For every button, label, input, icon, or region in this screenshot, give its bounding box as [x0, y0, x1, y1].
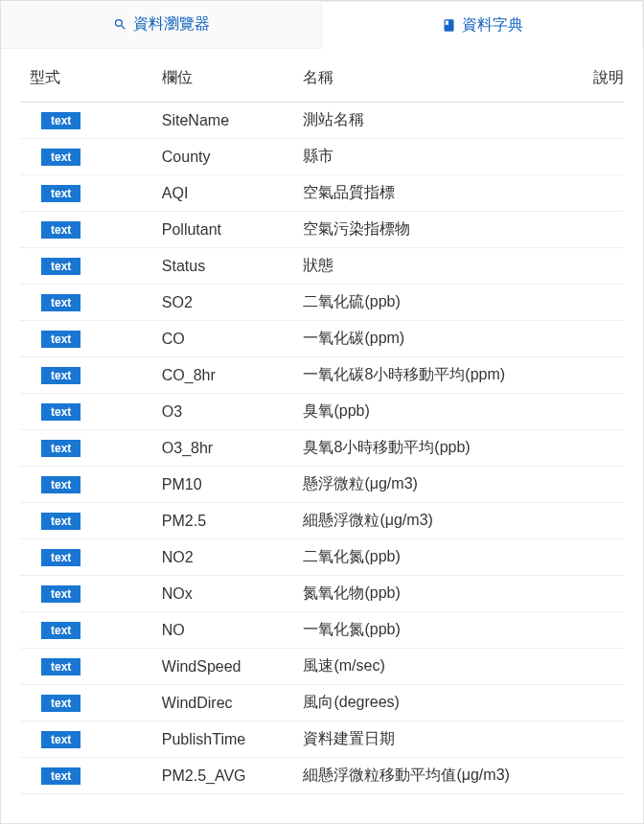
tab-data-browser[interactable]: 資料瀏覽器	[1, 1, 321, 48]
cell-type: text	[20, 730, 162, 748]
cell-field: O3_8hr	[162, 440, 304, 457]
main-panel: 資料瀏覽器 資料字典 型式 欄位 名稱 說明 textSiteName測站名稱t…	[0, 0, 644, 824]
cell-type: text	[20, 584, 162, 603]
table-row: textCO_8hr一氧化碳8小時移動平均(ppm)	[20, 357, 624, 394]
cell-name: 細懸浮微粒移動平均值(μg/m3)	[303, 766, 576, 786]
type-badge: text	[41, 513, 80, 530]
cell-name: 氮氧化物(ppb)	[303, 584, 576, 604]
cell-field: Status	[162, 258, 304, 275]
cell-type: text	[20, 694, 162, 712]
table-row: textO3_8hr臭氧8小時移動平均(ppb)	[20, 430, 624, 467]
tab-label: 資料瀏覽器	[133, 14, 210, 34]
search-icon	[113, 17, 127, 32]
cell-name: 二氧化硫(ppb)	[303, 292, 576, 312]
book-icon	[442, 18, 456, 33]
type-badge: text	[41, 585, 80, 603]
cell-name: 縣市	[303, 147, 576, 167]
table-row: textO3臭氧(ppb)	[20, 394, 624, 430]
table-row: textWindSpeed風速(m/sec)	[20, 649, 624, 685]
cell-field: CO_8hr	[162, 367, 304, 384]
type-badge: text	[41, 767, 80, 785]
table-header-row: 型式 欄位 名稱 說明	[20, 49, 624, 103]
table-row: textNO2二氧化氮(ppb)	[20, 539, 624, 576]
cell-name: 風向(degrees)	[303, 693, 576, 713]
table-row: textPollutant空氣污染指標物	[20, 212, 624, 248]
table-row: textPublishTime資料建置日期	[20, 721, 624, 758]
cell-field: NOx	[162, 585, 304, 603]
cell-field: SiteName	[162, 112, 304, 129]
type-badge: text	[41, 440, 80, 457]
cell-name: 狀態	[303, 256, 576, 276]
table-row: textNO一氧化氮(ppb)	[20, 612, 624, 649]
table-row: textCO一氧化碳(ppm)	[20, 321, 624, 357]
type-badge: text	[41, 112, 80, 129]
cell-type: text	[20, 148, 162, 166]
type-badge: text	[41, 476, 80, 493]
cell-name: 一氧化氮(ppb)	[303, 620, 576, 640]
cell-type: text	[20, 330, 162, 348]
cell-name: 臭氧(ppb)	[303, 401, 576, 422]
type-badge: text	[41, 695, 80, 712]
cell-type: text	[20, 439, 162, 457]
table-row: textPM10懸浮微粒(μg/m3)	[20, 467, 624, 503]
cell-type: text	[20, 111, 162, 129]
cell-field: PublishTime	[162, 731, 304, 748]
table-row: textAQI空氣品質指標	[20, 175, 624, 212]
cell-field: AQI	[162, 185, 304, 202]
cell-type: text	[20, 220, 162, 239]
table-row: textPM2.5細懸浮微粒(μg/m3)	[20, 503, 624, 539]
cell-field: PM10	[162, 476, 304, 493]
cell-type: text	[20, 366, 162, 384]
cell-field: County	[162, 149, 304, 166]
cell-name: 臭氧8小時移動平均(ppb)	[303, 438, 576, 458]
cell-type: text	[20, 184, 162, 202]
table-row: textPM2.5_AVG細懸浮微粒移動平均值(μg/m3)	[20, 758, 624, 794]
table-body: textSiteName測站名稱textCounty縣市textAQI空氣品質指…	[20, 103, 624, 794]
tab-data-dictionary[interactable]: 資料字典	[321, 1, 643, 49]
type-badge: text	[41, 258, 80, 275]
cell-field: NO	[162, 622, 304, 639]
type-badge: text	[41, 294, 80, 311]
table-row: textSiteName測站名稱	[20, 103, 624, 139]
header-field: 欄位	[162, 68, 304, 88]
table-row: textCounty縣市	[20, 139, 624, 175]
type-badge: text	[41, 403, 80, 421]
cell-field: Pollutant	[162, 221, 304, 239]
table-row: textSO2二氧化硫(ppb)	[20, 285, 624, 321]
cell-name: 一氧化碳8小時移動平均(ppm)	[303, 365, 576, 385]
cell-name: 懸浮微粒(μg/m3)	[303, 474, 576, 494]
cell-type: text	[20, 767, 162, 785]
cell-type: text	[20, 402, 162, 421]
content-area: 型式 欄位 名稱 說明 textSiteName測站名稱textCounty縣市…	[1, 49, 643, 823]
cell-name: 一氧化碳(ppm)	[303, 329, 576, 349]
cell-field: WindSpeed	[162, 658, 304, 675]
header-desc: 說明	[577, 68, 624, 88]
header-type: 型式	[20, 68, 162, 88]
cell-field: PM2.5_AVG	[162, 767, 304, 785]
cell-field: SO2	[162, 294, 304, 311]
type-badge: text	[41, 731, 80, 748]
cell-field: PM2.5	[162, 513, 304, 530]
cell-name: 空氣品質指標	[303, 183, 576, 203]
type-badge: text	[41, 331, 80, 348]
cell-name: 測站名稱	[303, 110, 576, 130]
cell-field: NO2	[162, 549, 304, 566]
table-row: textNOx氮氧化物(ppb)	[20, 576, 624, 612]
type-badge: text	[41, 367, 80, 384]
type-badge: text	[41, 622, 80, 639]
cell-field: CO	[162, 331, 304, 348]
cell-type: text	[20, 657, 162, 675]
cell-field: WindDirec	[162, 695, 304, 712]
cell-type: text	[20, 548, 162, 566]
tab-label: 資料字典	[462, 15, 523, 35]
table-row: textStatus狀態	[20, 248, 624, 285]
table-row: textWindDirec風向(degrees)	[20, 685, 624, 721]
cell-name: 二氧化氮(ppb)	[303, 547, 576, 567]
cell-name: 空氣污染指標物	[303, 219, 576, 240]
cell-type: text	[20, 512, 162, 530]
header-name: 名稱	[303, 68, 576, 88]
cell-type: text	[20, 621, 162, 639]
type-badge: text	[41, 221, 80, 239]
cell-name: 細懸浮微粒(μg/m3)	[303, 511, 576, 531]
type-badge: text	[41, 658, 80, 675]
